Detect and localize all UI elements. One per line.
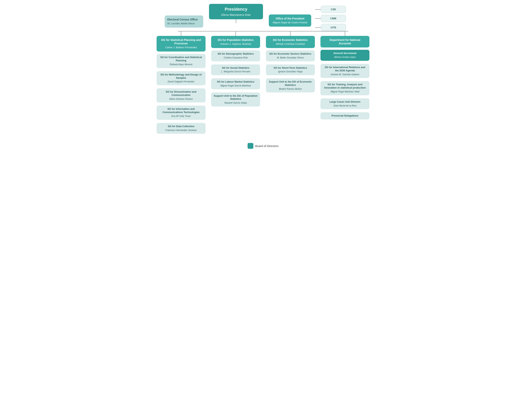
sg-support-econ-box: Support Unit to the DG of Economic Stati… — [266, 78, 315, 92]
presidency-box: Presidency Elena Manzanera Díaz — [209, 4, 263, 19]
dg-population-title: DG for Population Statistics — [214, 38, 257, 42]
sg-international-title: SG for International Relations and the 2… — [323, 66, 367, 72]
legend: Board of Directors — [128, 143, 398, 149]
sg-coordination-box: SG for Coordination and Statistical Plan… — [157, 54, 205, 68]
sg-demographic-title: SG for Demographic Statistics — [213, 52, 258, 56]
cime-box: CIME — [321, 15, 346, 22]
sg-short-term-name: Ignacio González Veiga — [268, 70, 313, 73]
sg-dissemination-box: SG for Dissemination and Communication M… — [157, 88, 205, 102]
cse-box: CSE — [321, 6, 346, 13]
sg-social-box: SG for Social Statistics L. Margarita Ga… — [211, 64, 260, 75]
sg-international-box: SG for International Relations and the 2… — [321, 64, 369, 78]
cse-label: CSE — [331, 8, 336, 11]
sg-training-title: SG for Training, Analysis and Innovation… — [323, 83, 367, 90]
sg-methodology-title: SG for Methodology and Design of Samples — [159, 73, 203, 80]
provincial-delegations-box: Provincial Delegations — [321, 112, 369, 119]
sg-general-secretariat-name: Mónica Groba López — [323, 56, 367, 59]
sg-short-term-box: SG for Short-Term Statistics Ignacio Gon… — [266, 64, 315, 75]
vline-dg2 — [235, 31, 236, 36]
hline-dg — [178, 31, 348, 31]
provincial-delegations-title: Provincial Delegations — [323, 114, 367, 117]
sg-demographic-box: SG for Demographic Statistics Cristina C… — [211, 50, 260, 61]
sg-datacollection-box: SG for Data Collection Francisco Hernánd… — [157, 123, 205, 134]
sg-ict-title: SG for Information and Communications Te… — [159, 107, 203, 114]
presidency-title: Presidency — [213, 7, 259, 12]
office-president-title: Office of the President — [272, 17, 308, 20]
org-chart: Electoral Census Office M. Lourdes Abell… — [128, 4, 398, 149]
cite-box: CITE — [321, 24, 346, 31]
electoral-census-name: M. Lourdes Abella Nieva — [167, 22, 201, 25]
presidency-name: Elena Manzanera Díaz — [213, 13, 259, 17]
hline-cite — [315, 27, 321, 28]
vline-dg4 — [345, 31, 345, 36]
legend-icon — [248, 143, 253, 149]
sg-international-name: Antonio M. Salcedo Galiano — [323, 73, 367, 76]
office-president-box: Office of the President Miguel Ángel de … — [269, 14, 311, 27]
sg-labour-name: Miguel Ángel García Martínez — [213, 84, 258, 87]
sg-coordination-name: Rafaela Mayo Moreno — [159, 63, 203, 66]
dg-economic-box: DG for Economic Statistics Alfredo Crist… — [266, 36, 315, 48]
dg-economic-title: DG for Economic Statistics — [269, 38, 312, 42]
dg-economic-name: Alfredo Cristóbal Cristóbal — [269, 42, 312, 46]
dg-planning-box: DG for Statistical Planning and Processe… — [157, 36, 205, 51]
sg-methodology-name: David Salgado Fernández — [159, 80, 203, 83]
dg-planning-title: DG for Statistical Planning and Processe… — [159, 38, 203, 45]
electoral-census-title: Electoral Census Office — [167, 18, 201, 21]
dg-population-box: DG for Population Statistics Antonio J. … — [211, 36, 260, 48]
sg-labour-title: SG for Labour Market Statistics — [213, 80, 258, 83]
cime-label: CIME — [330, 17, 337, 20]
sg-training-box: SG for Training, Analysis and Innovation… — [321, 81, 369, 95]
large-cases-name: Sixto Muriel de la Riva — [323, 104, 367, 107]
vline-presidency — [236, 19, 236, 23]
sg-social-name: L. Margarita García Ferruelo — [213, 70, 258, 73]
sg-economic-sectors-box: SG for Economic Sectors Statistics M. Be… — [266, 50, 315, 61]
sg-labour-box: SG for Labour Market Statistics Miguel Á… — [211, 78, 260, 89]
hline-cime — [315, 18, 321, 19]
dg-population-name: Antonio J. Argüeso Jiménez — [214, 42, 257, 46]
sg-general-secretariat-title: General Secretariat — [323, 52, 367, 55]
sg-datacollection-title: SG for Data Collection — [159, 125, 203, 128]
dept-national-accounts-box: Department for National Accounts — [321, 36, 369, 47]
sg-support-econ-name: Beatriz Ramos Muñoz — [268, 88, 313, 91]
sg-ict-box: SG for Information and Communications Te… — [157, 105, 205, 120]
large-cases-title: Large Cases Unit Division — [323, 100, 367, 104]
sg-ict-name: Eva Mª Ortiz Tovar — [159, 115, 203, 118]
dept-national-accounts-title: Department for National Accounts — [323, 38, 367, 45]
vline-dg1 — [181, 31, 181, 36]
sg-general-secretariat-box: General Secretariat Mónica Groba López — [321, 50, 369, 61]
sg-economic-sectors-name: M. Belén González Olmos — [268, 56, 313, 59]
legend-label: Board of Directors — [255, 144, 279, 148]
vline-dg3 — [290, 31, 291, 36]
sg-training-name: Miguel Ángel Martínez Vidal — [323, 90, 367, 93]
sg-support-pop-title: Support Unit to the DG of Population Sta… — [213, 94, 258, 101]
sg-datacollection-name: Francisco Hernández Jiménez — [159, 129, 203, 132]
sg-coordination-title: SG for Coordination and Statistical Plan… — [159, 56, 203, 62]
sg-demographic-name: Cristina Casaseca Polo — [213, 56, 258, 59]
hline-cse — [315, 9, 321, 10]
office-president-name: Miguel Ángel de Castro Puente — [272, 21, 308, 24]
sg-methodology-box: SG for Methodology and Design of Samples… — [157, 71, 205, 85]
sg-dissemination-title: SG for Dissemination and Communication — [159, 90, 203, 97]
cite-label: CITE — [331, 26, 336, 29]
sg-short-term-title: SG for Short-Term Statistics — [268, 66, 313, 70]
sg-economic-sectors-title: SG for Economic Sectors Statistics — [268, 52, 313, 56]
sg-support-pop-box: Support Unit to the DG of Population Sta… — [211, 92, 260, 106]
sg-social-title: SG for Social Statistics — [213, 66, 258, 70]
sg-dissemination-name: María Santana Álvarez — [159, 98, 203, 101]
sg-support-econ-title: Support Unit to the DG of Economic Stati… — [268, 80, 313, 87]
large-cases-box: Large Cases Unit Division Sixto Muriel d… — [321, 98, 369, 109]
electoral-census-box: Electoral Census Office M. Lourdes Abell… — [165, 15, 203, 28]
dg-planning-name: Carlos J. Ballano Fernández — [159, 46, 203, 49]
sg-support-pop-name: Nazaret García Seijas — [213, 102, 258, 104]
